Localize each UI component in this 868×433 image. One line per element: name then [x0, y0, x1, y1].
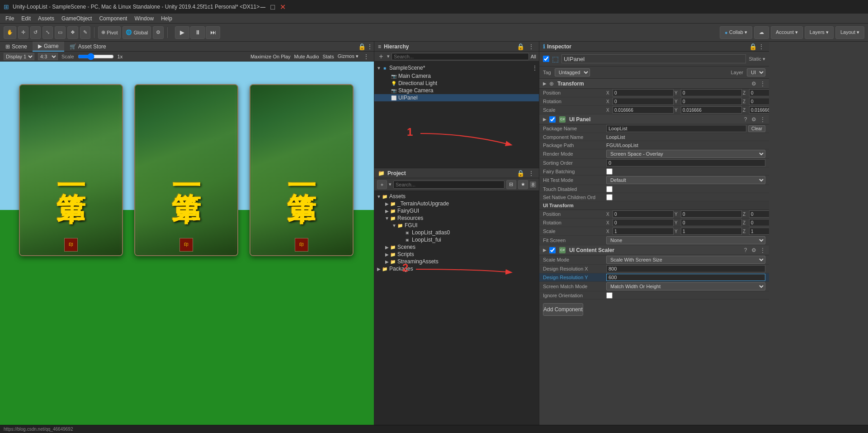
uipanel-menu-button[interactable]: ⋮ — [759, 116, 766, 123]
close-button[interactable]: ✕ — [279, 4, 286, 10]
scene-panel-menu-button[interactable]: ⋮ — [366, 43, 374, 51]
hierarchy-item-directional-light[interactable]: 💡 Directional Light — [374, 80, 539, 87]
rect-tool-button[interactable]: ▭ — [55, 26, 66, 39]
layer-dropdown[interactable]: UI — [747, 68, 765, 76]
scaler-help-button[interactable]: ? — [742, 247, 749, 254]
ui-rot-y-input[interactable] — [681, 219, 742, 226]
scale-z-input[interactable] — [749, 106, 769, 114]
hierarchy-item-samplescene[interactable]: ▼ ■ SampleScene* ⋮ — [374, 63, 539, 72]
inspector-lock-button[interactable]: 🔒 — [749, 43, 757, 51]
hand-tool-button[interactable]: ✋ — [4, 26, 16, 39]
scale-mode-dropdown[interactable]: Scale With Screen Size Constant Pixel Si… — [606, 256, 765, 264]
ui-rot-z-input[interactable] — [749, 219, 769, 226]
minimize-button[interactable]: ─ — [259, 4, 266, 10]
project-item-scenes[interactable]: ▶ 📁 Scenes — [374, 243, 539, 251]
ui-pos-x-input[interactable] — [613, 210, 674, 218]
scene-panel-lock-button[interactable]: 🔒 — [358, 43, 366, 51]
object-active-checkbox[interactable] — [543, 56, 549, 62]
static-label[interactable]: Static ▾ — [749, 56, 765, 62]
pause-button[interactable]: ⏸ — [190, 26, 205, 39]
ui-scale-x-input[interactable] — [613, 228, 674, 235]
rotate-tool-button[interactable]: ↺ — [30, 26, 41, 39]
scaler-settings-button[interactable]: ⚙ — [750, 247, 758, 254]
transform-tool-button[interactable]: ❖ — [67, 26, 78, 39]
rot-y-input[interactable] — [681, 98, 742, 105]
project-lock-button[interactable]: 🔒 — [516, 169, 524, 177]
scale-slider[interactable] — [78, 53, 114, 60]
scale-y-input[interactable] — [681, 106, 742, 114]
ui-scale-z-input[interactable] — [749, 228, 769, 235]
screen-match-dropdown[interactable]: Match Width Or Height Expand Shrink — [606, 282, 765, 290]
ui-pos-z-input[interactable] — [749, 210, 769, 218]
maximize-on-play[interactable]: Maximize On Play — [250, 54, 291, 59]
hierarchy-item-main-camera[interactable]: 📷 Main Camera — [374, 72, 539, 80]
scale-tool-button[interactable]: ⤡ — [42, 26, 53, 39]
hierarchy-item-uipanel[interactable]: ⬜ UIPanel — [374, 94, 539, 101]
package-name-input[interactable] — [606, 125, 746, 132]
layout-button[interactable]: Layout ▾ — [835, 26, 864, 39]
transform-menu-button[interactable]: ⋮ — [759, 80, 766, 87]
tab-asset-store[interactable]: 🛒 Asset Store — [64, 42, 112, 52]
project-menu-button[interactable]: ⋮ — [527, 169, 535, 177]
pos-z-input[interactable] — [749, 89, 769, 96]
collab-button[interactable]: ● Collab ▾ — [720, 26, 752, 39]
menu-component[interactable]: Component — [95, 14, 131, 23]
pos-y-input[interactable] — [681, 89, 742, 96]
hierarchy-menu-button[interactable]: ⋮ — [527, 43, 535, 51]
project-columns-button[interactable]: ⊟ — [506, 180, 516, 189]
project-item-fui[interactable]: ▣ LoopList_fui — [374, 236, 539, 243]
hierarchy-lock-button[interactable]: 🔒 — [516, 43, 524, 51]
fairy-batching-checkbox[interactable] — [606, 168, 613, 175]
object-name-input[interactable] — [561, 54, 746, 63]
project-item-packages[interactable]: ▶ 📁 Packages — [374, 265, 539, 272]
move-tool-button[interactable]: ✛ — [18, 26, 28, 39]
tab-game[interactable]: ▶ Game — [33, 42, 64, 52]
add-component-button[interactable]: Add Component — [543, 303, 583, 316]
mute-audio[interactable]: Mute Audio — [294, 54, 319, 59]
hierarchy-add-button[interactable]: + — [377, 52, 385, 61]
render-mode-dropdown[interactable]: Screen Space - Overlay Screen Space - Ca… — [606, 150, 765, 158]
clear-button[interactable]: Clear — [748, 125, 765, 132]
hierarchy-search-input[interactable] — [392, 53, 529, 60]
ui-panel-component-header[interactable]: ▶ C# UI Panel ? ⚙ ⋮ — [539, 114, 769, 124]
project-item-streaming[interactable]: ▶ 📁 StreamingAssets — [374, 258, 539, 265]
menu-help[interactable]: Help — [157, 14, 176, 23]
design-res-x-input[interactable] — [606, 265, 765, 272]
menu-assets[interactable]: Assets — [34, 14, 58, 23]
ui-rot-x-input[interactable] — [613, 219, 674, 226]
fit-screen-dropdown[interactable]: None Fit Width Fit Height — [606, 236, 765, 244]
project-add-button[interactable]: + — [377, 180, 387, 189]
scene-options-menu-button[interactable]: ⋮ — [362, 52, 370, 61]
stats[interactable]: Stats — [323, 54, 334, 59]
gizmos[interactable]: Gizmos ▾ — [338, 53, 359, 59]
account-button[interactable]: Account ▾ — [771, 26, 803, 39]
play-button[interactable]: ▶ — [175, 26, 189, 39]
ui-scale-y-input[interactable] — [681, 228, 742, 235]
hierarchy-item-stage-camera[interactable]: 📷 Stage Camera — [374, 87, 539, 94]
extra-tool-button[interactable]: ⚙ — [153, 26, 164, 39]
uipanel-settings-button[interactable]: ⚙ — [750, 116, 758, 123]
project-search-input[interactable] — [393, 181, 505, 189]
scaler-active-checkbox[interactable] — [549, 247, 556, 253]
layers-button[interactable]: Layers ▾ — [805, 26, 834, 39]
global-button[interactable]: 🌐 Global — [123, 26, 151, 39]
pivot-button[interactable]: ⊕ Pivot — [98, 26, 121, 39]
uipanel-help-button[interactable]: ? — [742, 116, 749, 123]
design-res-y-input[interactable] — [606, 274, 765, 281]
transform-settings-button[interactable]: ⚙ — [750, 80, 758, 87]
touch-disabled-checkbox[interactable] — [606, 186, 613, 192]
project-item-terrain[interactable]: ▶ 📁 _TerrainAutoUpgrade — [374, 200, 539, 207]
scene-menu-button[interactable]: ⋮ — [531, 64, 539, 72]
menu-window[interactable]: Window — [131, 14, 157, 23]
pos-x-input[interactable] — [613, 89, 674, 96]
ignore-orient-checkbox[interactable] — [606, 292, 613, 299]
tag-dropdown[interactable]: Untagged — [555, 68, 590, 76]
aspect-select[interactable]: 4:3 16:9 — [38, 53, 58, 60]
inspector-menu-button[interactable]: ⋮ — [757, 43, 765, 51]
project-item-resources[interactable]: ▼ 📁 Resources — [374, 214, 539, 222]
tab-scene[interactable]: ⊞ Scene — [0, 42, 33, 52]
maximize-button[interactable]: □ — [269, 4, 276, 10]
sorting-order-input[interactable] — [606, 159, 765, 167]
hit-test-mode-dropdown[interactable]: Default Pixel — [606, 176, 765, 184]
custom-tool-button[interactable]: ✎ — [80, 26, 90, 39]
